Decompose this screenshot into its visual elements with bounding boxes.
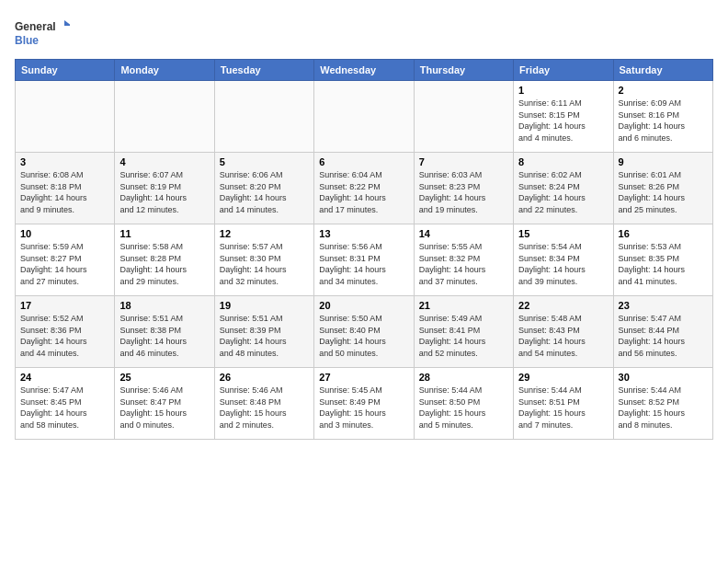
day-number: 28 xyxy=(419,372,508,383)
day-cell-15: 15Sunrise: 5:54 AM Sunset: 8:34 PM Dayli… xyxy=(514,224,613,296)
day-number: 15 xyxy=(518,228,608,239)
weekday-header-row: SundayMondayTuesdayWednesdayThursdayFrid… xyxy=(16,60,713,81)
day-cell-3: 3Sunrise: 6:08 AM Sunset: 8:18 PM Daylig… xyxy=(16,153,115,224)
day-info: Sunrise: 5:49 AM Sunset: 8:41 PM Dayligh… xyxy=(419,313,508,359)
empty-cell xyxy=(414,81,513,153)
day-cell-29: 29Sunrise: 5:44 AM Sunset: 8:51 PM Dayli… xyxy=(514,368,613,440)
day-number: 20 xyxy=(319,300,408,311)
day-number: 6 xyxy=(319,156,408,167)
calendar-table: SundayMondayTuesdayWednesdayThursdayFrid… xyxy=(15,59,713,440)
day-number: 4 xyxy=(119,156,209,167)
day-info: Sunrise: 5:46 AM Sunset: 8:47 PM Dayligh… xyxy=(119,385,209,431)
day-number: 10 xyxy=(20,228,109,239)
day-info: Sunrise: 6:01 AM Sunset: 8:26 PM Dayligh… xyxy=(619,169,708,215)
logo-svg: General Blue xyxy=(15,15,70,52)
day-info: Sunrise: 5:48 AM Sunset: 8:43 PM Dayligh… xyxy=(518,313,608,359)
day-cell-16: 16Sunrise: 5:53 AM Sunset: 8:35 PM Dayli… xyxy=(613,224,712,296)
day-number: 9 xyxy=(619,156,708,167)
day-number: 27 xyxy=(319,372,408,383)
day-info: Sunrise: 5:54 AM Sunset: 8:34 PM Dayligh… xyxy=(518,241,608,287)
day-cell-14: 14Sunrise: 5:55 AM Sunset: 8:32 PM Dayli… xyxy=(414,224,513,296)
day-info: Sunrise: 6:03 AM Sunset: 8:23 PM Dayligh… xyxy=(419,169,508,215)
day-number: 3 xyxy=(20,156,109,167)
week-row-4: 17Sunrise: 5:52 AM Sunset: 8:36 PM Dayli… xyxy=(16,296,713,368)
day-info: Sunrise: 6:11 AM Sunset: 8:15 PM Dayligh… xyxy=(518,98,608,144)
day-cell-22: 22Sunrise: 5:48 AM Sunset: 8:43 PM Dayli… xyxy=(514,296,613,368)
week-row-2: 3Sunrise: 6:08 AM Sunset: 8:18 PM Daylig… xyxy=(16,153,713,224)
day-cell-4: 4Sunrise: 6:07 AM Sunset: 8:19 PM Daylig… xyxy=(115,153,214,224)
day-number: 14 xyxy=(419,228,508,239)
day-number: 12 xyxy=(220,228,309,239)
day-cell-11: 11Sunrise: 5:58 AM Sunset: 8:28 PM Dayli… xyxy=(115,224,214,296)
weekday-header-sunday: Sunday xyxy=(16,60,115,81)
day-cell-30: 30Sunrise: 5:44 AM Sunset: 8:52 PM Dayli… xyxy=(613,368,712,440)
day-cell-24: 24Sunrise: 5:47 AM Sunset: 8:45 PM Dayli… xyxy=(16,368,115,440)
day-info: Sunrise: 5:55 AM Sunset: 8:32 PM Dayligh… xyxy=(419,241,508,287)
header-section: General Blue xyxy=(15,15,713,52)
day-cell-7: 7Sunrise: 6:03 AM Sunset: 8:23 PM Daylig… xyxy=(414,153,513,224)
day-cell-1: 1Sunrise: 6:11 AM Sunset: 8:15 PM Daylig… xyxy=(514,81,613,153)
day-info: Sunrise: 6:02 AM Sunset: 8:24 PM Dayligh… xyxy=(518,169,608,215)
day-cell-26: 26Sunrise: 5:46 AM Sunset: 8:48 PM Dayli… xyxy=(214,368,313,440)
day-number: 5 xyxy=(220,156,309,167)
empty-cell xyxy=(115,81,214,153)
empty-cell xyxy=(214,81,313,153)
day-cell-8: 8Sunrise: 6:02 AM Sunset: 8:24 PM Daylig… xyxy=(514,153,613,224)
day-number: 19 xyxy=(220,300,309,311)
day-info: Sunrise: 5:52 AM Sunset: 8:36 PM Dayligh… xyxy=(20,313,109,359)
day-info: Sunrise: 5:46 AM Sunset: 8:48 PM Dayligh… xyxy=(220,385,309,431)
day-info: Sunrise: 5:45 AM Sunset: 8:49 PM Dayligh… xyxy=(319,385,408,431)
day-number: 26 xyxy=(220,372,309,383)
svg-text:General: General xyxy=(15,20,56,33)
day-cell-20: 20Sunrise: 5:50 AM Sunset: 8:40 PM Dayli… xyxy=(314,296,414,368)
day-number: 17 xyxy=(20,300,109,311)
day-info: Sunrise: 5:51 AM Sunset: 8:39 PM Dayligh… xyxy=(220,313,309,359)
empty-cell xyxy=(16,81,115,153)
day-info: Sunrise: 5:53 AM Sunset: 8:35 PM Dayligh… xyxy=(619,241,708,287)
day-cell-13: 13Sunrise: 5:56 AM Sunset: 8:31 PM Dayli… xyxy=(314,224,414,296)
week-row-3: 10Sunrise: 5:59 AM Sunset: 8:27 PM Dayli… xyxy=(16,224,713,296)
day-cell-17: 17Sunrise: 5:52 AM Sunset: 8:36 PM Dayli… xyxy=(16,296,115,368)
day-number: 1 xyxy=(518,85,608,96)
day-number: 7 xyxy=(419,156,508,167)
empty-cell xyxy=(314,81,414,153)
day-cell-19: 19Sunrise: 5:51 AM Sunset: 8:39 PM Dayli… xyxy=(214,296,313,368)
day-number: 30 xyxy=(619,372,708,383)
weekday-header-wednesday: Wednesday xyxy=(314,60,414,81)
day-info: Sunrise: 6:08 AM Sunset: 8:18 PM Dayligh… xyxy=(20,169,109,215)
logo: General Blue xyxy=(15,15,70,52)
day-cell-9: 9Sunrise: 6:01 AM Sunset: 8:26 PM Daylig… xyxy=(613,153,712,224)
day-info: Sunrise: 5:50 AM Sunset: 8:40 PM Dayligh… xyxy=(319,313,408,359)
day-cell-5: 5Sunrise: 6:06 AM Sunset: 8:20 PM Daylig… xyxy=(214,153,313,224)
day-cell-18: 18Sunrise: 5:51 AM Sunset: 8:38 PM Dayli… xyxy=(115,296,214,368)
day-cell-12: 12Sunrise: 5:57 AM Sunset: 8:30 PM Dayli… xyxy=(214,224,313,296)
day-number: 29 xyxy=(518,372,608,383)
day-number: 8 xyxy=(518,156,608,167)
week-row-5: 24Sunrise: 5:47 AM Sunset: 8:45 PM Dayli… xyxy=(16,368,713,440)
weekday-header-thursday: Thursday xyxy=(414,60,513,81)
day-number: 25 xyxy=(119,372,209,383)
day-info: Sunrise: 5:47 AM Sunset: 8:45 PM Dayligh… xyxy=(20,385,109,431)
day-info: Sunrise: 5:44 AM Sunset: 8:51 PM Dayligh… xyxy=(518,385,608,431)
day-info: Sunrise: 5:44 AM Sunset: 8:52 PM Dayligh… xyxy=(619,385,708,431)
day-info: Sunrise: 5:58 AM Sunset: 8:28 PM Dayligh… xyxy=(119,241,209,287)
day-info: Sunrise: 5:51 AM Sunset: 8:38 PM Dayligh… xyxy=(119,313,209,359)
day-cell-6: 6Sunrise: 6:04 AM Sunset: 8:22 PM Daylig… xyxy=(314,153,414,224)
day-info: Sunrise: 6:07 AM Sunset: 8:19 PM Dayligh… xyxy=(119,169,209,215)
day-cell-25: 25Sunrise: 5:46 AM Sunset: 8:47 PM Dayli… xyxy=(115,368,214,440)
day-cell-23: 23Sunrise: 5:47 AM Sunset: 8:44 PM Dayli… xyxy=(613,296,712,368)
day-cell-21: 21Sunrise: 5:49 AM Sunset: 8:41 PM Dayli… xyxy=(414,296,513,368)
day-cell-2: 2Sunrise: 6:09 AM Sunset: 8:16 PM Daylig… xyxy=(613,81,712,153)
weekday-header-friday: Friday xyxy=(514,60,613,81)
day-cell-27: 27Sunrise: 5:45 AM Sunset: 8:49 PM Dayli… xyxy=(314,368,414,440)
day-cell-28: 28Sunrise: 5:44 AM Sunset: 8:50 PM Dayli… xyxy=(414,368,513,440)
day-cell-10: 10Sunrise: 5:59 AM Sunset: 8:27 PM Dayli… xyxy=(16,224,115,296)
weekday-header-monday: Monday xyxy=(115,60,214,81)
day-info: Sunrise: 6:09 AM Sunset: 8:16 PM Dayligh… xyxy=(619,98,708,144)
svg-marker-2 xyxy=(64,20,70,26)
day-number: 21 xyxy=(419,300,508,311)
day-number: 11 xyxy=(119,228,209,239)
day-info: Sunrise: 5:56 AM Sunset: 8:31 PM Dayligh… xyxy=(319,241,408,287)
day-number: 16 xyxy=(619,228,708,239)
day-number: 2 xyxy=(619,85,708,96)
